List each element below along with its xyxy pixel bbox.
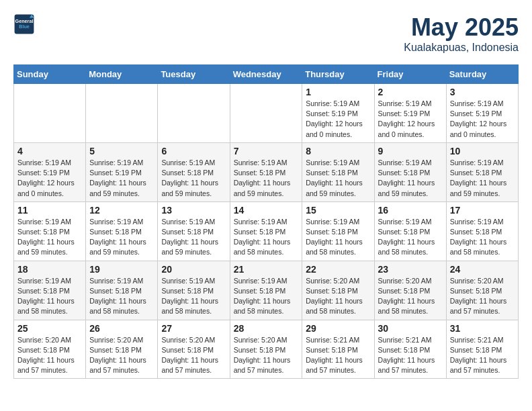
- calendar-cell: 26Sunrise: 5:20 AMSunset: 5:18 PMDayligh…: [86, 320, 158, 379]
- day-number: 6: [161, 146, 226, 156]
- day-info: Sunrise: 5:19 AMSunset: 5:19 PMDaylight:…: [378, 99, 443, 140]
- day-number: 13: [161, 205, 226, 216]
- day-info: Sunrise: 5:20 AMSunset: 5:18 PMDaylight:…: [450, 276, 515, 317]
- logo: General Blue: [13, 13, 35, 35]
- calendar-cell: 8Sunrise: 5:19 AMSunset: 5:18 PMDaylight…: [302, 142, 374, 201]
- day-info: Sunrise: 5:19 AMSunset: 5:19 PMDaylight:…: [89, 158, 154, 199]
- day-info: Sunrise: 5:19 AMSunset: 5:18 PMDaylight:…: [378, 158, 443, 199]
- svg-text:General: General: [15, 18, 34, 24]
- calendar-header-row: SundayMondayTuesdayWednesdayThursdayFrid…: [14, 65, 519, 84]
- day-number: 30: [378, 323, 443, 334]
- location-subtitle: Kualakapuas, Indonesia: [404, 42, 519, 54]
- day-number: 23: [378, 264, 443, 275]
- day-info: Sunrise: 5:19 AMSunset: 5:18 PMDaylight:…: [17, 217, 82, 258]
- calendar-cell: 12Sunrise: 5:19 AMSunset: 5:18 PMDayligh…: [86, 201, 158, 261]
- calendar-cell: 1Sunrise: 5:19 AMSunset: 5:19 PMDaylight…: [302, 84, 374, 143]
- day-number: 19: [89, 264, 154, 275]
- day-info: Sunrise: 5:20 AMSunset: 5:18 PMDaylight:…: [161, 335, 226, 376]
- day-info: Sunrise: 5:21 AMSunset: 5:18 PMDaylight:…: [378, 335, 443, 376]
- day-info: Sunrise: 5:19 AMSunset: 5:18 PMDaylight:…: [450, 217, 515, 258]
- title-block: May 2025 Kualakapuas, Indonesia: [404, 13, 519, 54]
- calendar-cell: 28Sunrise: 5:20 AMSunset: 5:18 PMDayligh…: [230, 320, 302, 379]
- day-number: 17: [450, 205, 515, 216]
- header-day-friday: Friday: [374, 65, 446, 84]
- calendar-cell: 27Sunrise: 5:20 AMSunset: 5:18 PMDayligh…: [158, 320, 230, 379]
- day-info: Sunrise: 5:19 AMSunset: 5:18 PMDaylight:…: [306, 158, 370, 199]
- calendar-cell: 19Sunrise: 5:19 AMSunset: 5:18 PMDayligh…: [86, 261, 158, 320]
- calendar-cell: 10Sunrise: 5:19 AMSunset: 5:18 PMDayligh…: [446, 142, 518, 201]
- day-number: 26: [89, 323, 154, 334]
- day-info: Sunrise: 5:21 AMSunset: 5:18 PMDaylight:…: [306, 335, 370, 376]
- calendar-week-3: 11Sunrise: 5:19 AMSunset: 5:18 PMDayligh…: [14, 201, 519, 261]
- calendar-table: SundayMondayTuesdayWednesdayThursdayFrid…: [13, 64, 519, 379]
- logo-icon: General Blue: [13, 13, 35, 35]
- day-number: 18: [17, 264, 82, 275]
- header-day-saturday: Saturday: [446, 65, 518, 84]
- day-info: Sunrise: 5:19 AMSunset: 5:18 PMDaylight:…: [161, 158, 226, 199]
- calendar-cell: 11Sunrise: 5:19 AMSunset: 5:18 PMDayligh…: [14, 201, 86, 261]
- day-number: 24: [450, 264, 515, 275]
- calendar-week-2: 4Sunrise: 5:19 AMSunset: 5:19 PMDaylight…: [14, 142, 519, 201]
- day-info: Sunrise: 5:19 AMSunset: 5:18 PMDaylight:…: [234, 276, 299, 317]
- day-number: 31: [450, 323, 515, 334]
- day-info: Sunrise: 5:20 AMSunset: 5:18 PMDaylight:…: [89, 335, 154, 376]
- day-number: 4: [17, 146, 82, 156]
- calendar-cell: [86, 84, 158, 143]
- day-number: 2: [378, 87, 443, 97]
- calendar-cell: 4Sunrise: 5:19 AMSunset: 5:19 PMDaylight…: [14, 142, 86, 201]
- header-day-thursday: Thursday: [302, 65, 374, 84]
- calendar-body: 1Sunrise: 5:19 AMSunset: 5:19 PMDaylight…: [14, 84, 519, 379]
- day-number: 29: [306, 323, 370, 334]
- day-info: Sunrise: 5:19 AMSunset: 5:18 PMDaylight:…: [378, 217, 443, 258]
- day-info: Sunrise: 5:19 AMSunset: 5:18 PMDaylight:…: [234, 217, 299, 258]
- day-number: 11: [17, 205, 82, 216]
- calendar-cell: 7Sunrise: 5:19 AMSunset: 5:18 PMDaylight…: [230, 142, 302, 201]
- calendar-cell: 18Sunrise: 5:19 AMSunset: 5:18 PMDayligh…: [14, 261, 86, 320]
- calendar-week-1: 1Sunrise: 5:19 AMSunset: 5:19 PMDaylight…: [14, 84, 519, 143]
- day-info: Sunrise: 5:19 AMSunset: 5:18 PMDaylight:…: [89, 217, 154, 258]
- day-number: 12: [89, 205, 154, 216]
- calendar-cell: [230, 84, 302, 143]
- header-day-monday: Monday: [86, 65, 158, 84]
- day-info: Sunrise: 5:20 AMSunset: 5:18 PMDaylight:…: [17, 335, 82, 376]
- month-title: May 2025: [404, 13, 519, 42]
- calendar-cell: 5Sunrise: 5:19 AMSunset: 5:19 PMDaylight…: [86, 142, 158, 201]
- day-number: 21: [234, 264, 299, 275]
- calendar-cell: 3Sunrise: 5:19 AMSunset: 5:19 PMDaylight…: [446, 84, 518, 143]
- calendar-week-5: 25Sunrise: 5:20 AMSunset: 5:18 PMDayligh…: [14, 320, 519, 379]
- calendar-cell: 29Sunrise: 5:21 AMSunset: 5:18 PMDayligh…: [302, 320, 374, 379]
- calendar-cell: 17Sunrise: 5:19 AMSunset: 5:18 PMDayligh…: [446, 201, 518, 261]
- calendar-cell: 22Sunrise: 5:20 AMSunset: 5:18 PMDayligh…: [302, 261, 374, 320]
- day-number: 5: [89, 146, 154, 156]
- svg-text:Blue: Blue: [19, 24, 30, 30]
- calendar-cell: 31Sunrise: 5:21 AMSunset: 5:18 PMDayligh…: [446, 320, 518, 379]
- day-info: Sunrise: 5:19 AMSunset: 5:18 PMDaylight:…: [161, 276, 226, 317]
- calendar-cell: 9Sunrise: 5:19 AMSunset: 5:18 PMDaylight…: [374, 142, 446, 201]
- calendar-cell: 21Sunrise: 5:19 AMSunset: 5:18 PMDayligh…: [230, 261, 302, 320]
- calendar-cell: [158, 84, 230, 143]
- day-info: Sunrise: 5:19 AMSunset: 5:18 PMDaylight:…: [306, 217, 370, 258]
- day-info: Sunrise: 5:19 AMSunset: 5:18 PMDaylight:…: [161, 217, 226, 258]
- calendar-cell: 6Sunrise: 5:19 AMSunset: 5:18 PMDaylight…: [158, 142, 230, 201]
- day-number: 28: [234, 323, 299, 334]
- day-number: 27: [161, 323, 226, 334]
- day-info: Sunrise: 5:20 AMSunset: 5:18 PMDaylight:…: [306, 276, 370, 317]
- day-info: Sunrise: 5:19 AMSunset: 5:18 PMDaylight:…: [89, 276, 154, 317]
- day-info: Sunrise: 5:19 AMSunset: 5:19 PMDaylight:…: [450, 99, 515, 140]
- day-info: Sunrise: 5:19 AMSunset: 5:18 PMDaylight:…: [17, 276, 82, 317]
- day-number: 15: [306, 205, 370, 216]
- calendar-cell: [14, 84, 86, 143]
- day-info: Sunrise: 5:20 AMSunset: 5:18 PMDaylight:…: [234, 335, 299, 376]
- day-number: 3: [450, 87, 515, 97]
- calendar-cell: 16Sunrise: 5:19 AMSunset: 5:18 PMDayligh…: [374, 201, 446, 261]
- calendar-cell: 2Sunrise: 5:19 AMSunset: 5:19 PMDaylight…: [374, 84, 446, 143]
- day-number: 14: [234, 205, 299, 216]
- calendar-week-4: 18Sunrise: 5:19 AMSunset: 5:18 PMDayligh…: [14, 261, 519, 320]
- day-number: 1: [306, 87, 370, 97]
- calendar-cell: 25Sunrise: 5:20 AMSunset: 5:18 PMDayligh…: [14, 320, 86, 379]
- page-header: General Blue May 2025 Kualakapuas, Indon…: [13, 13, 519, 54]
- day-number: 7: [234, 146, 299, 156]
- header-day-wednesday: Wednesday: [230, 65, 302, 84]
- calendar-cell: 14Sunrise: 5:19 AMSunset: 5:18 PMDayligh…: [230, 201, 302, 261]
- calendar-cell: 15Sunrise: 5:19 AMSunset: 5:18 PMDayligh…: [302, 201, 374, 261]
